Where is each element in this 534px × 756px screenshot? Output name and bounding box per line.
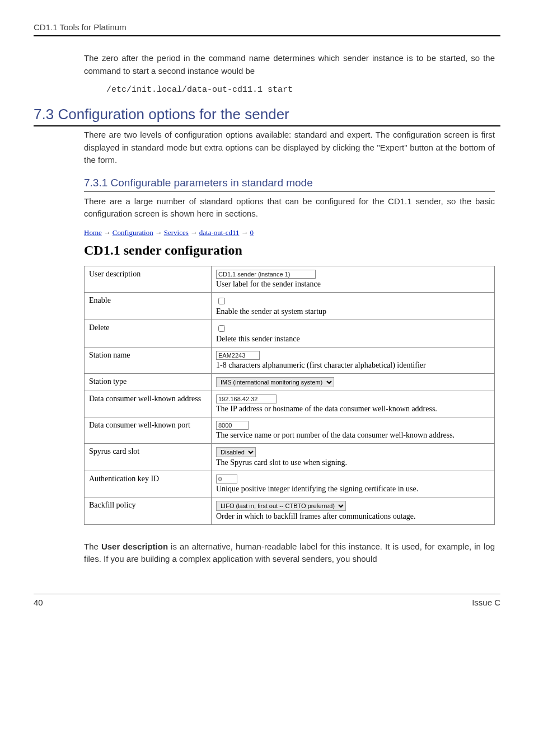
label-enable: Enable [85, 292, 212, 320]
subsection-number: 7.3.1 [84, 177, 107, 189]
row-auth-key: Authentication key ID Unique positive in… [85, 471, 495, 497]
label-consumer-address: Data consumer well-known address [85, 391, 212, 417]
page-number: 40 [34, 598, 43, 607]
intro-paragraph: The zero after the period in the command… [84, 52, 495, 77]
config-table: User description User label for the send… [84, 266, 495, 525]
row-consumer-address: Data consumer well-known address The IP … [85, 391, 495, 417]
section-number: 7.3 [34, 106, 54, 123]
row-spyrus: Spyrus card slot Disabled The Spyrus car… [85, 443, 495, 471]
help-auth-key: Unique positive integer identifying the … [216, 485, 490, 494]
help-backfill: Order in which to backfill frames after … [216, 512, 490, 521]
help-consumer-port: The service name or port number of the d… [216, 431, 490, 440]
section-paragraph: There are two levels of configuration op… [84, 129, 495, 167]
select-spyrus[interactable]: Disabled [216, 447, 256, 457]
input-consumer-port[interactable] [216, 421, 249, 430]
label-backfill: Backfill policy [85, 497, 212, 524]
subsection-title: Configurable parameters in standard mode [111, 177, 313, 189]
crumb-configuration[interactable]: Configuration [113, 228, 153, 237]
closing-bold-term: User description [101, 542, 168, 551]
label-user-description: User description [85, 266, 212, 292]
row-user-description: User description User label for the send… [85, 266, 495, 292]
label-consumer-port: Data consumer well-known port [85, 417, 212, 443]
checkbox-enable[interactable] [218, 298, 225, 304]
row-station-type: Station type IMS (international monitori… [85, 373, 495, 391]
help-user-description: User label for the sender instance [216, 280, 490, 289]
row-station-name: Station name 1-8 characters alphanumeric… [85, 347, 495, 373]
label-spyrus: Spyrus card slot [85, 443, 212, 471]
select-backfill[interactable]: LIFO (last in, first out -- CTBTO prefer… [216, 501, 346, 511]
help-enable: Enable the sender at system startup [216, 307, 490, 316]
crumb-home[interactable]: Home [84, 228, 102, 237]
label-auth-key: Authentication key ID [85, 471, 212, 497]
input-station-name[interactable] [216, 351, 260, 360]
panel-title: CD1.1 sender configuration [84, 243, 495, 258]
input-auth-key[interactable] [216, 475, 237, 483]
select-station-type[interactable]: IMS (international monitoring system) [216, 377, 334, 387]
breadcrumb: Home→Configuration→Services→data-out-cd1… [84, 228, 495, 237]
label-station-name: Station name [85, 347, 212, 373]
help-station-name: 1-8 characters alphanumeric (first chara… [216, 361, 490, 370]
command-example: /etc/init.local/data-out-cd11.1 start [106, 85, 495, 95]
row-backfill: Backfill policy LIFO (last in, first out… [85, 497, 495, 524]
section-heading: 7.3 Configuration options for the sender [34, 106, 500, 126]
help-consumer-address: The IP address or hostname of the data c… [216, 405, 490, 414]
issue-label: Issue C [472, 598, 500, 607]
crumb-data-out-cd11[interactable]: data-out-cd11 [199, 228, 240, 237]
row-delete: Delete Delete this sender instance [85, 320, 495, 347]
page-footer: 40 Issue C [34, 594, 500, 607]
input-user-description[interactable] [216, 270, 316, 279]
label-delete: Delete [85, 320, 212, 347]
subsection-paragraph: There are a large number of standard opt… [84, 195, 495, 220]
checkbox-delete[interactable] [218, 325, 225, 332]
section-title: Configuration options for the sender [58, 106, 289, 123]
closing-paragraph: The User description is an alternative, … [84, 541, 495, 566]
running-header: CD1.1 Tools for Platinum [34, 22, 500, 36]
help-spyrus: The Spyrus card slot to use when signing… [216, 458, 490, 467]
row-enable: Enable Enable the sender at system start… [85, 292, 495, 320]
label-station-type: Station type [85, 373, 212, 391]
help-delete: Delete this sender instance [216, 335, 490, 344]
crumb-services[interactable]: Services [164, 228, 189, 237]
input-consumer-address[interactable] [216, 395, 277, 403]
row-consumer-port: Data consumer well-known port The servic… [85, 417, 495, 443]
crumb-instance[interactable]: 0 [250, 228, 254, 237]
subsection-heading: 7.3.1 Configurable parameters in standar… [84, 177, 495, 192]
